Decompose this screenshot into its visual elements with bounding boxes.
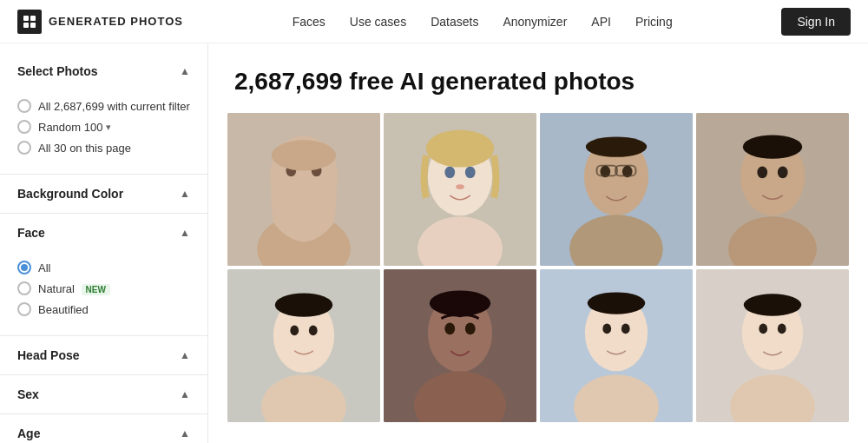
svg-point-50 [621,324,630,334]
content-area: 2,687,699 free AI generated photos [208,43,868,443]
sidebar-section-head-pose: Head Pose ▲ [0,336,207,375]
radio-face-beautified[interactable]: Beautified [17,302,190,316]
radio-label-face-natural: Natural NEW [38,282,110,295]
select-photos-options: All 2,687,699 with current filter Random… [0,90,207,174]
nav-use-cases[interactable]: Use cases [350,15,406,29]
title-area: 2,687,699 free AI generated photos [208,43,868,111]
photo-1[interactable] [227,113,380,266]
svg-point-51 [588,292,645,314]
radio-all-current[interactable]: All 2,687,699 with current filter [17,99,190,113]
svg-point-49 [602,324,611,334]
radio-label-random: Random 100 ▾ [38,121,111,134]
svg-point-44 [465,323,476,335]
svg-point-17 [465,167,476,179]
head-pose-chevron: ▲ [180,349,190,361]
radio-face-all[interactable]: All [17,261,190,274]
sidebar: Select Photos ▲ All 2,687,699 with curre… [0,43,208,443]
sidebar-section-face: Face ▲ All Natural NEW Beautified [0,214,207,336]
radio-circle-face-beautified [17,302,31,316]
face-label: Face [17,226,45,240]
photo-3[interactable] [540,113,693,266]
main-nav: Faces Use cases Datasets Anonymizer API … [293,15,673,29]
svg-rect-2 [23,23,29,28]
photo-grid [208,111,868,441]
sidebar-section-background-color: Background Color ▲ [0,175,207,214]
photo-8[interactable] [696,269,849,422]
svg-point-43 [444,323,455,335]
radio-label-all: All 2,687,699 with current filter [38,100,190,113]
photo-4[interactable] [696,113,849,266]
logo-text: GENERATED PHOTOS [49,15,183,28]
sex-label: Sex [17,387,39,401]
main-layout: Select Photos ▲ All 2,687,699 with curre… [0,43,868,443]
nav-api[interactable]: API [591,15,611,29]
radio-face-natural[interactable]: Natural NEW [17,281,190,295]
radio-circle-face-natural [17,281,31,295]
sex-chevron: ▲ [180,388,190,400]
svg-point-38 [309,326,318,336]
radio-label-face-beautified: Beautified [38,303,89,316]
svg-point-32 [778,167,788,179]
nav-faces[interactable]: Faces [293,15,326,29]
background-color-header[interactable]: Background Color ▲ [0,175,207,213]
svg-point-33 [743,135,802,158]
svg-rect-1 [30,16,36,21]
header: GENERATED PHOTOS Faces Use cases Dataset… [0,0,868,43]
photo-6[interactable] [384,269,536,422]
random-chevron-icon: ▾ [106,122,111,133]
svg-point-16 [444,167,455,179]
svg-rect-0 [23,16,29,21]
sign-in-button[interactable]: Sign In [781,8,851,36]
photo-2[interactable] [384,113,536,266]
select-photos-header[interactable]: Select Photos ▲ [0,52,207,90]
svg-point-45 [430,290,490,315]
background-color-chevron: ▲ [180,188,190,200]
radio-label-face-all: All [38,261,50,274]
head-pose-header[interactable]: Head Pose ▲ [0,336,207,374]
face-options: All Natural NEW Beautified [0,252,207,335]
new-badge: NEW [82,284,110,295]
svg-point-18 [456,184,464,189]
radio-label-all30: All 30 on this page [38,142,131,155]
svg-point-27 [586,136,647,156]
nav-anonymizer[interactable]: Anonymizer [503,15,567,29]
radio-random-100[interactable]: Random 100 ▾ [17,120,190,134]
svg-point-19 [426,130,494,168]
radio-circle-face-all [17,261,31,274]
age-label: Age [17,426,40,440]
radio-circle-all30 [17,141,31,155]
page-title: 2,687,699 free AI generated photos [234,68,842,96]
sex-header[interactable]: Sex ▲ [0,375,207,413]
select-photos-label: Select Photos [17,64,98,78]
svg-rect-3 [30,23,36,28]
radio-all-30[interactable]: All 30 on this page [17,141,190,155]
nav-datasets[interactable]: Datasets [431,15,478,29]
age-header[interactable]: Age ▲ [0,414,207,443]
radio-circle-random [17,120,31,134]
logo[interactable]: GENERATED PHOTOS [17,10,183,34]
svg-point-39 [275,293,332,316]
svg-point-37 [290,326,299,336]
sidebar-section-age: Age ▲ [0,414,207,443]
sidebar-section-sex: Sex ▲ [0,375,207,414]
svg-point-56 [778,324,786,334]
face-chevron: ▲ [180,227,190,239]
age-chevron: ▲ [180,427,190,440]
head-pose-label: Head Pose [17,348,80,362]
svg-point-55 [759,324,767,334]
photo-5[interactable] [227,269,380,422]
sidebar-section-select-photos: Select Photos ▲ All 2,687,699 with curre… [0,52,207,175]
face-header[interactable]: Face ▲ [0,214,207,252]
background-color-label: Background Color [17,187,123,201]
radio-circle-all [17,99,31,113]
logo-icon [17,10,42,34]
svg-point-31 [757,167,767,179]
photo-7[interactable] [540,269,693,422]
svg-point-57 [744,294,801,315]
nav-pricing[interactable]: Pricing [635,15,673,29]
select-photos-chevron: ▲ [180,65,190,77]
svg-point-12 [272,140,336,170]
